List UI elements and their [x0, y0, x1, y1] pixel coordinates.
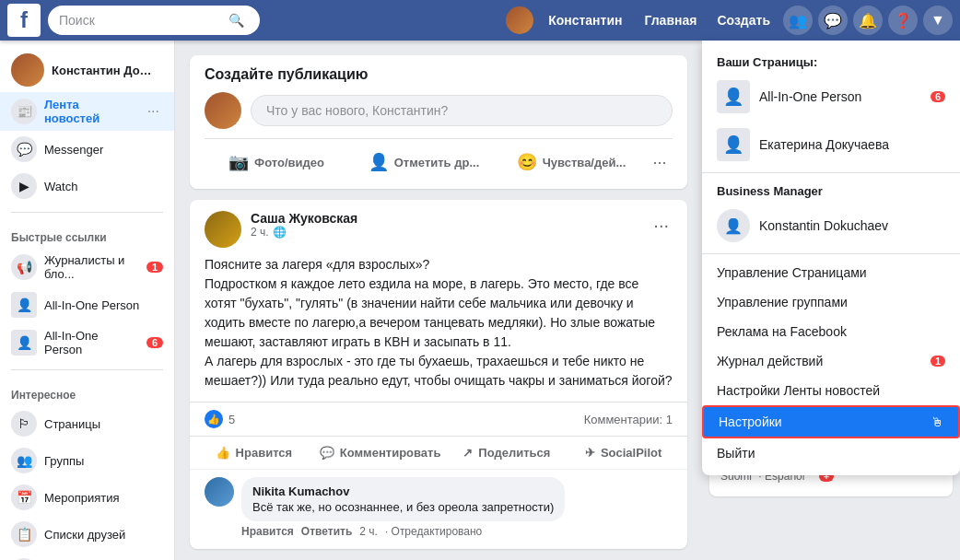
- sidebar-item-messenger[interactable]: 💬 Messenger: [0, 131, 174, 168]
- post-meta-1: Саша Жуковская 2 ч. 🌐: [251, 211, 357, 239]
- groups-icon: 👥: [11, 448, 37, 473]
- more-dots-icon: ···: [652, 153, 666, 172]
- share-button-1[interactable]: ↗ Поделиться: [450, 440, 563, 465]
- dropdown-facebook-ads[interactable]: Реклама на Facebook: [702, 317, 960, 346]
- user-avatar[interactable]: [506, 6, 533, 34]
- create-post-more-btn[interactable]: ···: [647, 149, 673, 175]
- create-post-feelings-btn[interactable]: 😊 Чувства/дей...: [499, 146, 643, 178]
- like-action-icon: 👍: [216, 446, 230, 460]
- share-action-icon: ↗: [462, 446, 473, 460]
- dropdown-manage-groups-label: Управление группами: [717, 295, 945, 309]
- comment-like-link[interactable]: Нравится: [241, 525, 294, 538]
- like-action-label: Нравится: [236, 446, 293, 460]
- comment-button-1[interactable]: 💬 Комментировать: [314, 440, 447, 465]
- comment-reply-link[interactable]: Ответить: [301, 525, 352, 538]
- sidebar-divider-1: [11, 212, 163, 213]
- post-header-1: Саша Жуковская 2 ч. 🌐 ···: [190, 200, 687, 255]
- comment-action-icon: 💬: [320, 446, 334, 460]
- sidebar-avatar: [11, 53, 44, 87]
- center-feed: Создайте публикацию Что у вас нового, Ко…: [175, 41, 702, 560]
- feelings-label: Чувства/дей...: [543, 156, 626, 169]
- home-button[interactable]: Главная: [637, 9, 704, 31]
- create-post-input[interactable]: Что у вас нового, Константин?: [251, 95, 673, 126]
- socialpilot-button-1[interactable]: ✈ SocialPilot: [567, 440, 680, 465]
- sidebar-item-pages[interactable]: 🏳 Страницы: [0, 405, 174, 442]
- notifications-icon-btn[interactable]: 🔔: [853, 6, 883, 35]
- dropdown-settings[interactable]: Настройки 🖱: [702, 405, 960, 438]
- share-action-label: Поделиться: [478, 446, 550, 460]
- friends-icon-btn[interactable]: 👥: [783, 6, 813, 35]
- dropdown-divider-2: [702, 253, 960, 254]
- dropdown-logout-label: Выйти: [717, 446, 945, 461]
- allinone1-icon: 👤: [11, 292, 37, 318]
- help-icon-btn[interactable]: ❓: [888, 6, 918, 35]
- news-icon: 📰: [11, 99, 37, 124]
- comment-edited: · Отредактировано: [385, 525, 482, 538]
- dropdown-news-settings-label: Настройки Ленты новостей: [717, 383, 945, 398]
- cursor-icon: 🖱: [931, 414, 943, 429]
- quick-links-title: Быстрые ссылки: [0, 220, 174, 248]
- allinone2-badge: 6: [146, 337, 163, 348]
- dropdown-divider-1: [702, 172, 960, 173]
- sidebar-item-events[interactable]: 📅 Мероприятия: [0, 479, 174, 516]
- create-post-tag-btn[interactable]: 👤 Отметить др...: [352, 146, 496, 178]
- interesting-title: Интересное: [0, 378, 174, 405]
- journalists-icon: 📢: [11, 254, 37, 280]
- messenger-icon: 💬: [824, 12, 842, 29]
- post-likes-1[interactable]: 👍 5: [205, 410, 235, 428]
- search-input[interactable]: [59, 13, 225, 28]
- dropdown-page-name-allinone: All-In-One Person: [759, 89, 921, 104]
- dropdown-page-ekaterina[interactable]: 👤 Екатерина Докучаева: [702, 121, 960, 169]
- post-more-btn-1[interactable]: ···: [650, 211, 673, 239]
- likes-count: 5: [228, 413, 235, 426]
- post-time-1: 2 ч. 🌐: [251, 226, 357, 239]
- sidebar-item-friends[interactable]: 📋 Списки друзей: [0, 516, 174, 553]
- dropdown-logout[interactable]: Выйти: [702, 438, 960, 468]
- topnav-center: Константин: [506, 6, 622, 34]
- sidebar-news-dots[interactable]: ···: [144, 103, 163, 120]
- page-avatar-ekaterina: 👤: [717, 128, 750, 161]
- post-author-sasha[interactable]: Саша Жуковская: [251, 211, 357, 226]
- dropdown-page-allinone[interactable]: 👤 All-In-One Person 6: [702, 73, 960, 121]
- dropdown-activity-badge: 1: [931, 356, 945, 367]
- chevron-down-icon: ▼: [931, 12, 945, 29]
- create-post-input-row: Что у вас нового, Константин?: [205, 92, 673, 129]
- dropdown-news-settings[interactable]: Настройки Ленты новостей: [702, 376, 960, 405]
- dropdown-bm-konstantin[interactable]: 👤 Konstantin Dokuchaev: [702, 202, 960, 250]
- post-avatar-sasha[interactable]: [205, 211, 241, 248]
- sidebar-item-news[interactable]: 📰 Лента новостей ···: [0, 92, 174, 131]
- like-button-1[interactable]: 👍 Нравится: [197, 440, 310, 465]
- dropdown-badge-allinone: 6: [931, 91, 945, 102]
- page-avatar-allinone: 👤: [717, 80, 750, 113]
- create-post-photo-btn[interactable]: 📷 Фото/видео: [205, 146, 348, 178]
- sidebar-user-item[interactable]: Константин Докуч...: [0, 48, 174, 92]
- dropdown-activity-log[interactable]: Журнал действий 1: [702, 346, 960, 376]
- sidebar-item-journalists[interactable]: 📢 Журналисты и бло... 1: [0, 248, 174, 286]
- dropdown-manage-pages[interactable]: Управление Страницами: [702, 258, 960, 287]
- bm-section-title: Business Manager: [702, 177, 960, 202]
- post-body-1: Поясните за лагеря «для взрослых»?Подрос…: [190, 255, 687, 402]
- comments-count[interactable]: Комментарии: 1: [584, 413, 673, 426]
- sidebar-item-memories[interactable]: 🕐 Воспоминания 8: [0, 553, 174, 560]
- sidebar-events-label: Мероприятия: [44, 491, 163, 505]
- comment-avatar-nikita[interactable]: [205, 477, 234, 507]
- sidebar-watch-label: Watch: [44, 180, 163, 193]
- comment-author-nikita[interactable]: Nikita Kumachov: [252, 484, 554, 498]
- sidebar-item-watch[interactable]: ▶ Watch: [0, 168, 174, 204]
- search-bar[interactable]: 🔍: [48, 6, 260, 35]
- dropdown-activity-log-label: Журнал действий: [717, 354, 921, 368]
- sidebar-pages-label: Страницы: [44, 417, 163, 431]
- sidebar-item-allinone1[interactable]: 👤 All-In-One Person: [0, 286, 174, 323]
- like-emoji-icon: 👍: [205, 410, 223, 428]
- topnav-username[interactable]: Константин: [548, 13, 622, 28]
- create-button[interactable]: Создать: [709, 9, 778, 31]
- comment-meta-1: Нравится Ответить 2 ч. · Отредактировано: [241, 525, 565, 538]
- sidebar-item-allinone2[interactable]: 👤 All-In-One Person 6: [0, 323, 174, 362]
- sidebar-item-groups[interactable]: 👥 Группы: [0, 442, 174, 479]
- photo-video-icon: 📷: [228, 152, 249, 172]
- chevron-btn[interactable]: ▼: [923, 6, 953, 35]
- watch-icon: ▶: [11, 173, 37, 199]
- messenger-icon-btn[interactable]: 💬: [818, 6, 848, 35]
- facebook-logo[interactable]: f: [7, 4, 41, 37]
- dropdown-manage-groups[interactable]: Управление группами: [702, 287, 960, 317]
